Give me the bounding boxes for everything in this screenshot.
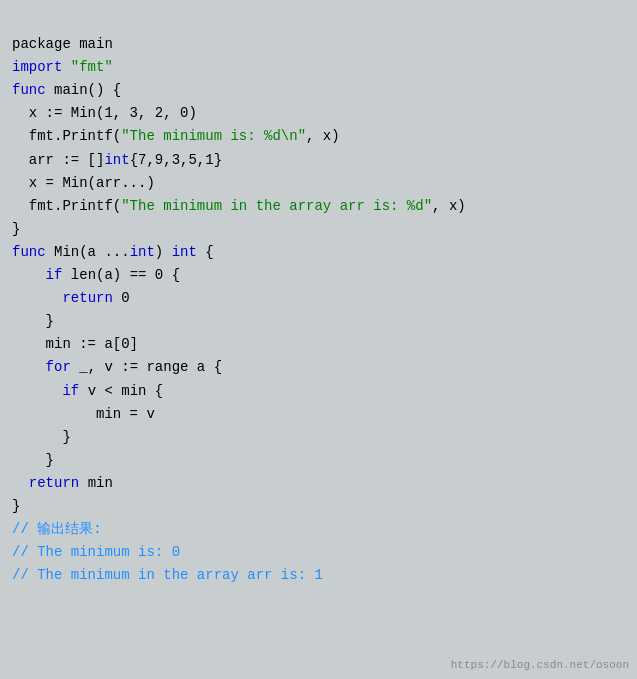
- code-line: // 输出结果:: [12, 518, 625, 541]
- code-line: min := a[0]: [12, 333, 625, 356]
- code-line: if len(a) == 0 {: [12, 264, 625, 287]
- code-line: fmt.Printf("The minimum in the array arr…: [12, 195, 625, 218]
- code-line: return min: [12, 472, 625, 495]
- code-line: }: [12, 426, 625, 449]
- code-line: }: [12, 310, 625, 333]
- code-line: package main: [12, 33, 625, 56]
- code-line: // The minimum is: 0: [12, 541, 625, 564]
- code-line: x = Min(arr...): [12, 172, 625, 195]
- code-line: arr := []int{7,9,3,5,1}: [12, 149, 625, 172]
- code-line: }: [12, 495, 625, 518]
- code-line: // The minimum in the array arr is: 1: [12, 564, 625, 587]
- code-block: package mainimport "fmt"func main() { x …: [0, 0, 637, 679]
- code-line: for _, v := range a {: [12, 356, 625, 379]
- code-line: }: [12, 218, 625, 241]
- code-line: return 0: [12, 287, 625, 310]
- code-line: min = v: [12, 403, 625, 426]
- code-line: }: [12, 449, 625, 472]
- code-line: fmt.Printf("The minimum is: %d\n", x): [12, 125, 625, 148]
- watermark: https://blog.csdn.net/osoon: [451, 659, 629, 671]
- code-line: x := Min(1, 3, 2, 0): [12, 102, 625, 125]
- code-line: if v < min {: [12, 380, 625, 403]
- code-line: func Min(a ...int) int {: [12, 241, 625, 264]
- code-line: func main() {: [12, 79, 625, 102]
- code-line: import "fmt": [12, 56, 625, 79]
